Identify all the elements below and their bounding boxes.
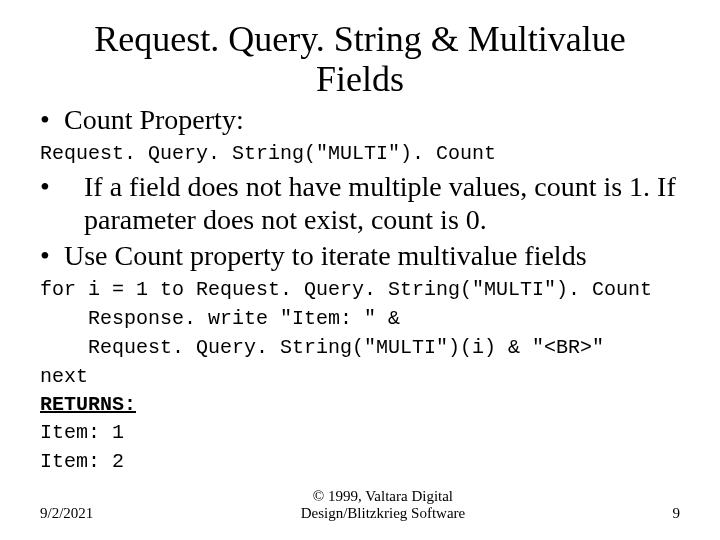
returns-label: RETURNS: [40, 393, 680, 416]
footer-page-number: 9 [672, 505, 680, 522]
code-line: next [40, 364, 680, 389]
bullet-text: Count Property: [64, 104, 244, 135]
code-line: for i = 1 to Request. Query. String("MUL… [40, 277, 680, 302]
title-line-1: Request. Query. String & Multivalue [94, 19, 626, 59]
returns-line: Item: 2 [40, 449, 680, 474]
returns-line: Item: 1 [40, 420, 680, 445]
code-line: Request. Query. String("MULTI")(i) & "<B… [40, 335, 680, 360]
copyright-line-2: Design/Blitzkrieg Software [301, 505, 466, 521]
bullet-use-count: Use Count property to iterate multivalue… [40, 239, 680, 273]
code-snippet-2: for i = 1 to Request. Query. String("MUL… [40, 277, 680, 474]
copyright-line-1: © 1999, Valtara Digital [313, 488, 453, 504]
footer-copyright: © 1999, Valtara Digital Design/Blitzkrie… [301, 488, 466, 522]
bullet-count-property: Count Property: [40, 103, 680, 137]
footer-date: 9/2/2021 [40, 505, 93, 522]
title-line-2: Fields [316, 59, 404, 99]
footer: 9/2/2021 © 1999, Valtara Digital Design/… [40, 488, 680, 522]
bullet-text: Use Count property to iterate multivalue… [64, 240, 587, 271]
code-line: Response. write "Item: " & [40, 306, 680, 331]
bullet-text: If a field does not have multiple values… [64, 170, 680, 237]
bullet-field-values: If a field does not have multiple values… [40, 170, 680, 237]
code-snippet-1: Request. Query. String("MULTI"). Count [40, 141, 680, 166]
slide-title: Request. Query. String & Multivalue Fiel… [40, 20, 680, 99]
slide: Request. Query. String & Multivalue Fiel… [0, 0, 720, 540]
